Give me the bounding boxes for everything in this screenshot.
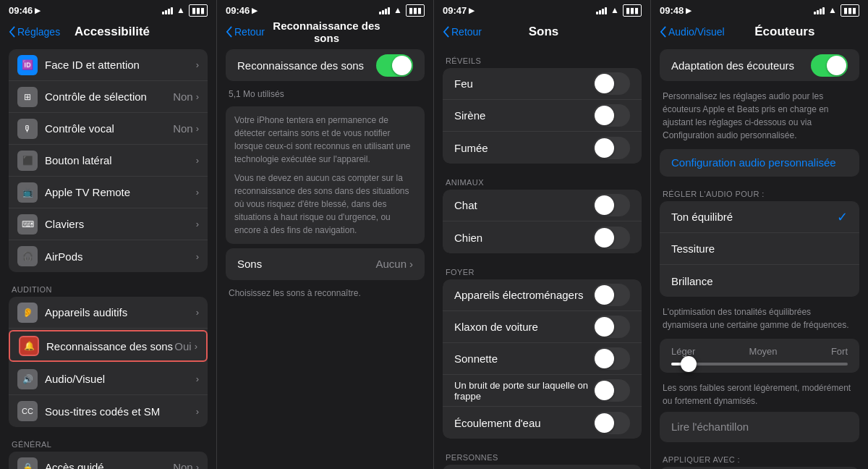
item-chat[interactable]: Chat xyxy=(443,190,642,221)
slider-section: Léger Moyen Fort xyxy=(660,339,859,373)
page-title-3: Sons xyxy=(482,25,605,39)
sidebar-item-audio-visuel[interactable]: 🔊 Audio/Visuel › xyxy=(9,363,208,395)
page-title-2: Reconnaissance des sons xyxy=(265,20,388,44)
battery-icon-3: ▮▮▮ xyxy=(623,4,642,17)
item-chien[interactable]: Chien xyxy=(443,221,642,253)
status-icons-3: ▲ ▮▮▮ xyxy=(596,4,642,17)
sidebar-item-controle-selection[interactable]: ⊞ Contrôle de sélection Non › xyxy=(9,81,208,113)
checkmark-ton: ✓ xyxy=(837,209,848,225)
battery-icon-1: ▮▮▮ xyxy=(189,4,208,17)
controle-vocal-icon: 🎙 xyxy=(17,119,38,139)
sons-row[interactable]: Sons Aucun › xyxy=(226,248,425,280)
sidebar-item-claviers[interactable]: ⌨ Claviers › xyxy=(9,208,208,240)
sidebar-item-reconnaissance-sons[interactable]: 🔔 Reconnaissance des sons Oui › xyxy=(9,330,208,362)
audio-option-ton[interactable]: Ton équilibré ✓ xyxy=(660,201,859,233)
toggle-klaxon[interactable] xyxy=(593,316,630,338)
item-ecoulement[interactable]: Écoulement d'eau xyxy=(443,407,642,439)
toggle-sonnette[interactable] xyxy=(593,347,630,370)
item-sonnette[interactable]: Sonnette xyxy=(443,343,642,375)
toggle-ecoulement[interactable] xyxy=(593,412,630,434)
toggle-chien[interactable] xyxy=(593,227,630,249)
wifi-icon-1: ▲ xyxy=(176,5,185,15)
panel-ecouteurs: 09:48 ▶ ▲ ▮▮▮ Audio/Visuel Écouteurs Ada… xyxy=(651,0,868,469)
regler-label: RÉGLER L'AUDIO POUR : xyxy=(651,181,868,201)
slider-thumb[interactable] xyxy=(681,356,697,372)
sidebar-item-sous-titres[interactable]: CC Sous-titres codés et SM › xyxy=(9,395,208,427)
nav-bar-3: Retour Sons xyxy=(434,20,650,46)
wifi-icon-2: ▲ xyxy=(393,5,402,15)
audio-icon: 🔊 xyxy=(17,369,38,389)
adaptation-item: Adaptation des écouteurs xyxy=(660,49,859,81)
back-button-3[interactable]: Retour xyxy=(443,26,482,38)
bouton-lateral-icon: ⬛ xyxy=(17,151,38,171)
back-button-4[interactable]: Audio/Visuel xyxy=(660,26,725,38)
item-bruit-porte[interactable]: Un bruit de porte sur laquelle on frappe xyxy=(443,375,642,407)
status-time-2: 09:46 ▶ xyxy=(226,5,258,16)
desc1: Votre iPhone tentera en permanence de dé… xyxy=(234,114,416,166)
chevron-icon: › xyxy=(196,155,199,166)
item-fumee[interactable]: Fumée xyxy=(443,132,642,164)
location-icon-4: ▶ xyxy=(686,7,692,14)
auditif-icon: 👂 xyxy=(17,303,38,323)
chevron-icon: › xyxy=(196,187,199,198)
toggle-chat[interactable] xyxy=(593,194,630,216)
toggle-sirene[interactable] xyxy=(593,104,630,127)
toggle-feu[interactable] xyxy=(593,72,630,95)
location-icon-2: ▶ xyxy=(252,7,258,14)
panel3-content: RÉVEILS Feu Sirène Fumée ANIMAUX Chat xyxy=(434,46,650,469)
toggle-appareils[interactable] xyxy=(593,284,630,306)
chevron-icon: › xyxy=(196,406,199,417)
toggle-fumee[interactable] xyxy=(593,137,630,159)
sidebar-item-appareils-auditifs[interactable]: 👂 Appareils auditifs › xyxy=(9,297,208,329)
panel-sons: 09:47 ▶ ▲ ▮▮▮ Retour Sons RÉVEILS Feu S xyxy=(434,0,651,469)
item-feu[interactable]: Feu xyxy=(443,68,642,100)
item-klaxon[interactable]: Klaxon de voiture xyxy=(443,311,642,343)
chevron-icon: › xyxy=(196,91,199,102)
list-group-vision: 🆔 Face ID et attention › ⊞ Contrôle de s… xyxy=(9,49,208,272)
toggle-reconnaissance[interactable] xyxy=(376,54,413,77)
group-reveils: Feu Sirène Fumée xyxy=(443,68,642,164)
sidebar-item-controle-vocal[interactable]: 🎙 Contrôle vocal Non › xyxy=(9,113,208,145)
chevron-icon: › xyxy=(196,251,199,262)
chevron-icon: › xyxy=(196,307,199,318)
description-block: Votre iPhone tentera en permanence de dé… xyxy=(226,106,425,244)
back-button-2[interactable]: Retour xyxy=(226,26,265,38)
sous-titres-icon: CC xyxy=(17,401,38,421)
panel-accessibility: 09:46 ▶ ▲ ▮▮▮ Réglages Accessibilité 🆔 F… xyxy=(0,0,217,469)
back-button-1[interactable]: Réglages xyxy=(9,26,60,38)
audio-options-group: Ton équilibré ✓ Tessiture Brillance xyxy=(660,201,859,297)
audio-option-brillance[interactable]: Brillance xyxy=(660,265,859,297)
slider-track[interactable] xyxy=(671,363,848,366)
sidebar-item-face-id[interactable]: 🆔 Face ID et attention › xyxy=(9,49,208,81)
panel1-content: 🆔 Face ID et attention › ⊞ Contrôle de s… xyxy=(0,46,216,469)
desc2: Vous ne devez en aucun cas compter sur l… xyxy=(234,172,416,237)
audio-option-tessiture[interactable]: Tessiture xyxy=(660,233,859,265)
signal-icon-2 xyxy=(379,7,390,14)
location-icon-1: ▶ xyxy=(35,7,41,14)
adaptation-group: Adaptation des écouteurs xyxy=(660,49,859,81)
nav-bar-2: Retour Reconnaissance des sons xyxy=(217,20,433,46)
optimisation-desc: L'optimisation des tonalités équilibrées… xyxy=(651,301,868,339)
toggle-bruit-porte[interactable] xyxy=(593,379,630,402)
group-personnes: Pleurs de bébé xyxy=(443,465,642,469)
toggle-adaptation[interactable] xyxy=(811,54,848,77)
sidebar-item-apple-tv[interactable]: 📺 Apple TV Remote › xyxy=(9,177,208,208)
status-time-1: 09:46 ▶ xyxy=(9,5,41,16)
signal-icon-3 xyxy=(596,7,607,14)
nav-bar-4: Audio/Visuel Écouteurs xyxy=(651,20,868,46)
item-sirene[interactable]: Sirène xyxy=(443,100,642,132)
status-icons-4: ▲ ▮▮▮ xyxy=(814,4,859,17)
chevron-icon: › xyxy=(196,123,199,134)
wifi-icon-3: ▲ xyxy=(610,5,619,15)
sidebar-item-airpods[interactable]: 🎧 AirPods › xyxy=(9,240,208,272)
page-title-1: Accessibilité xyxy=(60,25,164,39)
config-link[interactable]: Configuration audio personnalisée xyxy=(671,156,836,169)
page-title-4: Écouteurs xyxy=(725,25,845,39)
item-pleurs[interactable]: Pleurs de bébé xyxy=(443,465,642,469)
usage-text: 5,1 Mo utilisés xyxy=(217,85,433,106)
sample-button[interactable]: Lire l'échantillon xyxy=(660,412,859,442)
item-appareils[interactable]: Appareils électroménagers xyxy=(443,279,642,311)
sidebar-item-bouton-lateral[interactable]: ⬛ Bouton latéral › xyxy=(9,145,208,177)
config-link-row[interactable]: Configuration audio personnalisée xyxy=(660,149,859,177)
sidebar-item-acces-guide[interactable]: 🔒 Accès guidé Non › xyxy=(9,452,208,469)
